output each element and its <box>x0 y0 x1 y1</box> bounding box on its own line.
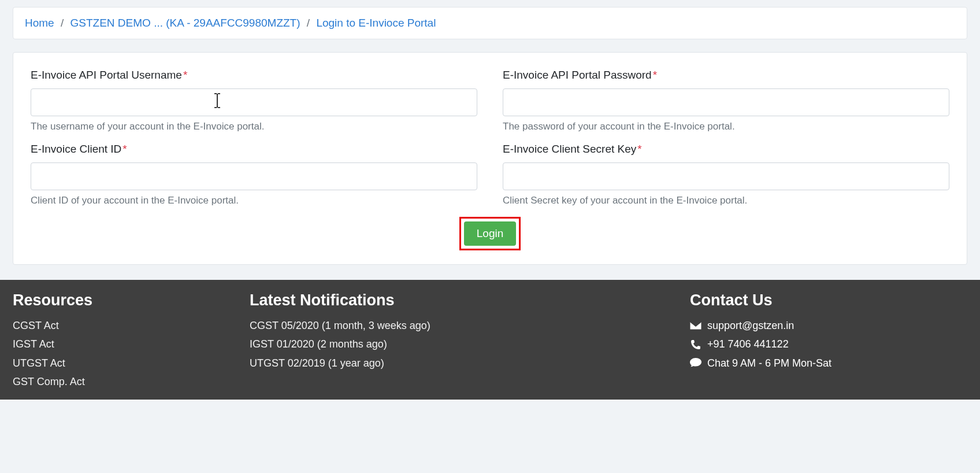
footer-resources-heading: Resources <box>13 291 227 309</box>
footer-notification-item[interactable]: UTGST 02/2019 (1 year ago) <box>250 357 384 369</box>
client-id-help: Client ID of your account in the E-Invoi… <box>31 195 477 206</box>
breadcrumb-home[interactable]: Home <box>25 17 54 29</box>
highlight-box: Login <box>459 217 521 250</box>
footer-contact-heading: Contact Us <box>690 291 967 309</box>
envelope-icon <box>690 322 701 330</box>
client-secret-input[interactable] <box>503 162 949 190</box>
username-input[interactable] <box>31 88 477 116</box>
password-label: E-Invoice API Portal Password* <box>503 69 949 82</box>
footer-contact-chat[interactable]: Chat 9 AM - 6 PM Mon-Sat <box>690 354 967 372</box>
footer-notification-item[interactable]: CGST 05/2020 (1 month, 3 weeks ago) <box>250 320 430 331</box>
breadcrumb-separator: / <box>61 17 64 29</box>
password-help: The password of your account in the E-In… <box>503 121 949 132</box>
breadcrumb-current: Login to E-Invioce Portal <box>316 17 436 29</box>
footer-notification-item[interactable]: IGST 01/2020 (2 months ago) <box>250 338 387 350</box>
login-button[interactable]: Login <box>464 221 517 246</box>
phone-icon <box>690 339 701 350</box>
footer-resources-list: CGST Act IGST Act UTGST Act GST Comp. Ac… <box>13 316 227 391</box>
footer-link-utgst-act[interactable]: UTGST Act <box>13 357 65 369</box>
breadcrumb: Home / GSTZEN DEMO ... (KA - 29AAFCC9980… <box>13 7 967 39</box>
client-id-input[interactable] <box>31 162 477 190</box>
breadcrumb-separator: / <box>307 17 310 29</box>
footer-notifications-list: CGST 05/2020 (1 month, 3 weeks ago) IGST… <box>250 316 667 372</box>
client-id-label: E-Invoice Client ID* <box>31 143 477 156</box>
footer-link-gst-comp-act[interactable]: GST Comp. Act <box>13 376 85 387</box>
client-secret-label: E-Invoice Client Secret Key* <box>503 143 949 156</box>
username-help: The username of your account in the E-In… <box>31 121 477 132</box>
footer-notifications-heading: Latest Notifications <box>250 291 667 309</box>
client-secret-help: Client Secret key of your account in the… <box>503 195 949 206</box>
password-input[interactable] <box>503 88 949 116</box>
breadcrumb-company[interactable]: GSTZEN DEMO ... (KA - 29AAFCC9980MZZT) <box>70 17 300 29</box>
footer-contact-email[interactable]: support@gstzen.in <box>690 316 967 335</box>
footer-link-cgst-act[interactable]: CGST Act <box>13 320 59 331</box>
login-form-card: E-Invoice API Portal Username* The usern… <box>13 52 967 265</box>
username-label: E-Invoice API Portal Username* <box>31 69 477 82</box>
chat-icon <box>690 358 701 368</box>
footer-contact-phone[interactable]: +91 7406 441122 <box>690 335 967 353</box>
footer-link-igst-act[interactable]: IGST Act <box>13 338 54 350</box>
page-footer: Resources CGST Act IGST Act UTGST Act GS… <box>0 280 980 400</box>
